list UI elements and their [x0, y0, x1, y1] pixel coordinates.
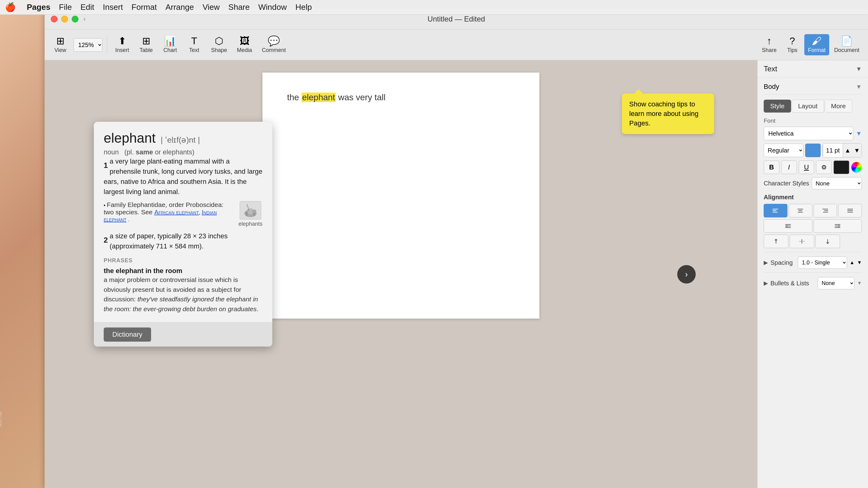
share-button[interactable]: ↑ Share — [758, 34, 780, 55]
vert-top-btn[interactable] — [764, 235, 788, 248]
shape-button[interactable]: ⬡ Shape — [207, 34, 231, 55]
share-label: Share — [762, 47, 777, 54]
tips-button[interactable]: ? Tips — [781, 34, 803, 55]
vert-align-row — [764, 235, 862, 248]
color-wheel[interactable] — [851, 162, 862, 173]
format-label: Format — [808, 47, 826, 54]
font-size-down[interactable]: ▼ — [852, 143, 862, 157]
text-panel-header: Text ▼ — [757, 60, 868, 78]
text-color-swatch[interactable] — [834, 161, 849, 174]
chart-button[interactable]: 📊 Chart — [159, 34, 181, 55]
comment-button[interactable]: 💬 Comment — [258, 34, 289, 55]
traffic-lights — [51, 16, 79, 23]
dict-phonetic: | ˈelɪf(ə)nt | — [161, 135, 200, 144]
next-button[interactable]: › — [677, 265, 696, 284]
text-format-gear[interactable]: ⚙ — [816, 161, 832, 174]
spacing-stepper-down[interactable]: ▼ — [857, 260, 862, 265]
font-style-btn[interactable] — [805, 143, 820, 157]
table-button[interactable]: ⊞ Table — [135, 34, 157, 55]
font-dropdown-btn[interactable]: ▼ — [856, 130, 862, 137]
insert-button[interactable]: ⬆ Insert — [112, 34, 133, 55]
dict-content: elephant | ˈelɪf(ə)nt | noun (pl. same o… — [94, 122, 272, 322]
font-name-row: Helvetica Arial Times New Roman ▼ — [764, 127, 862, 140]
font-name-select[interactable]: Helvetica Arial Times New Roman — [764, 127, 853, 140]
svg-point-2 — [246, 211, 248, 216]
text-button[interactable]: T Text — [183, 34, 205, 55]
align-right-btn[interactable] — [813, 204, 837, 218]
align-left-btn[interactable] — [764, 204, 787, 218]
menu-view[interactable]: View — [203, 2, 220, 12]
bold-button[interactable]: B — [764, 161, 779, 174]
italic-button[interactable]: I — [781, 161, 797, 174]
document-label: Document — [834, 47, 859, 54]
dict-footer: Dictionary — [94, 322, 272, 347]
indent-decrease-btn[interactable] — [764, 219, 812, 233]
toolbar-view-group: ⊞ View — [50, 34, 71, 55]
view-button[interactable]: ⊞ View — [50, 34, 71, 55]
spacing-row: ▶ Spacing 1.0 - Single 1.5 Lines 2.0 - D… — [764, 256, 862, 269]
panel-title: Text — [764, 65, 777, 73]
style-layout-tabs: Style Layout More — [764, 100, 862, 112]
indent-increase-btn[interactable] — [813, 219, 862, 233]
dict-phrase1-period: . — [257, 305, 258, 313]
format-button[interactable]: 🖌 Format — [804, 34, 829, 55]
close-button[interactable] — [51, 16, 58, 23]
tab-more[interactable]: More — [825, 100, 852, 112]
align-buttons-row — [764, 204, 862, 218]
char-styles-label: Character Styles — [764, 180, 809, 187]
vert-bottom-btn[interactable] — [815, 235, 840, 248]
menu-insert[interactable]: Insert — [103, 2, 123, 12]
dict-plural: elephants — [163, 148, 192, 156]
align-center-btn[interactable] — [788, 204, 812, 218]
menu-format[interactable]: Format — [131, 2, 157, 12]
bullets-collapse-arrow[interactable]: ▶ — [764, 280, 768, 287]
panel-dropdown-arrow[interactable]: ▼ — [856, 65, 862, 72]
bullets-select[interactable]: None Bullet Number — [817, 277, 855, 289]
dict-word-line: elephant | ˈelɪf(ə)nt | — [104, 130, 262, 146]
media-button[interactable]: 🖼 Media — [233, 34, 256, 55]
format-buttons-row: B I U ⚙ — [764, 161, 862, 174]
bullets-dropdown-arrow[interactable]: ▼ — [857, 281, 862, 286]
document-area[interactable]: Show coaching tips to learn more about u… — [44, 60, 757, 488]
font-size-up[interactable]: ▲ — [843, 143, 852, 157]
dict-def2-num: 2 — [104, 236, 108, 245]
bullets-label: Bullets & Lists — [771, 280, 815, 287]
alignment-section: Alignment — [764, 194, 862, 248]
menu-file[interactable]: File — [59, 2, 72, 12]
spacing-select[interactable]: 1.0 - Single 1.5 Lines 2.0 - Double — [798, 256, 847, 269]
menu-arrange[interactable]: Arrange — [165, 2, 194, 12]
dict-link-african[interactable]: African elephant — [154, 209, 199, 216]
font-style-row: Regular Bold Italic Bold Italic 11 pt ▲ … — [764, 143, 862, 157]
tab-layout[interactable]: Layout — [792, 100, 824, 112]
document-text[interactable]: the elephant was very tall — [287, 91, 515, 104]
chart-icon: 📊 — [164, 36, 176, 46]
highlighted-word[interactable]: elephant — [302, 93, 336, 102]
zoom-select[interactable]: 125% 75% 100% 150% 200% — [73, 38, 102, 52]
menu-pages[interactable]: Pages — [27, 2, 51, 12]
dictionary-button[interactable]: Dictionary — [104, 327, 151, 341]
spacing-stepper-up[interactable]: ▲ — [849, 260, 855, 265]
vert-middle-btn[interactable] — [789, 235, 814, 248]
text-after: was very tall — [336, 93, 385, 102]
share-icon: ↑ — [767, 36, 772, 46]
char-styles-select[interactable]: None — [812, 177, 862, 189]
minimize-button[interactable] — [61, 16, 68, 23]
apple-menu[interactable]: 🍎 — [5, 2, 16, 12]
menu-help[interactable]: Help — [296, 2, 312, 12]
document-page[interactable]: the elephant was very tall — [262, 72, 539, 319]
menu-share[interactable]: Share — [228, 2, 250, 12]
body-dropdown-icon[interactable]: ▼ — [856, 83, 862, 90]
menu-edit[interactable]: Edit — [81, 2, 94, 12]
document-button[interactable]: 📄 Document — [831, 34, 863, 55]
tips-icon: ? — [789, 36, 795, 46]
font-style-select[interactable]: Regular Bold Italic Bold Italic — [764, 143, 803, 157]
align-justify-btn[interactable] — [838, 204, 862, 218]
underline-button[interactable]: U — [799, 161, 814, 174]
menu-window[interactable]: Window — [258, 2, 286, 12]
maximize-button[interactable] — [72, 16, 79, 23]
spacing-collapse-arrow[interactable]: ▶ — [764, 259, 768, 266]
back-button[interactable]: ‹ — [83, 15, 86, 23]
table-icon: ⊞ — [142, 36, 151, 46]
tab-style[interactable]: Style — [764, 100, 791, 112]
main-window: ‹ Untitled — Edited ⊞ View 125% 75% 100%… — [44, 9, 868, 488]
